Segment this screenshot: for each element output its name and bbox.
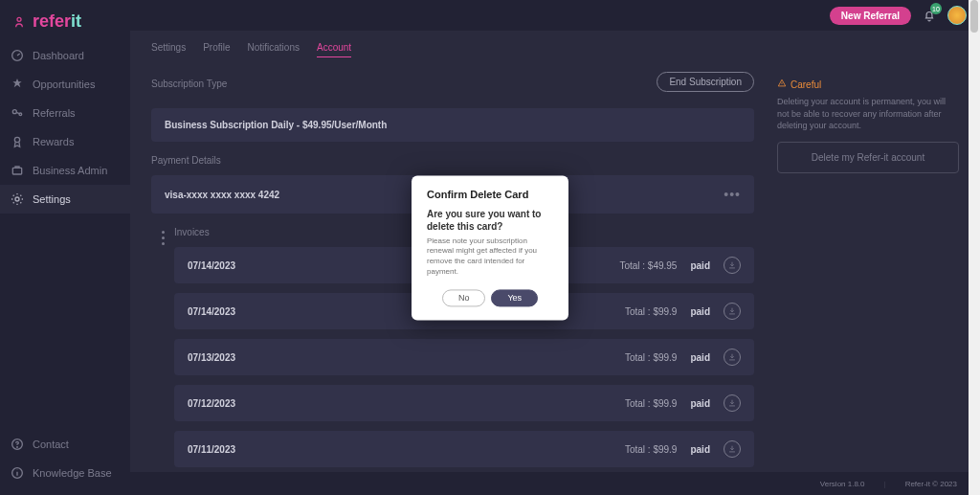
svg-rect-5 xyxy=(12,168,21,174)
invoice-status: paid xyxy=(690,306,710,317)
invoice-total: Total : $99.9 xyxy=(625,306,677,317)
modal-question: Are you sure you want to delete this car… xyxy=(427,208,553,233)
brand-text-a: refer xyxy=(33,11,71,31)
invoice-row: 07/11/2023Total : $99.9paid xyxy=(174,431,754,467)
invoice-date: 07/14/2023 xyxy=(188,260,235,271)
svg-point-6 xyxy=(15,197,19,201)
end-subscription-button[interactable]: End Subscription xyxy=(657,72,754,92)
sidebar-item-label: Rewards xyxy=(33,136,74,147)
sidebar-item-opportunities[interactable]: Opportunities xyxy=(0,70,130,99)
invoice-row: 07/12/2023Total : $99.9paid xyxy=(174,385,754,421)
subscription-plan-text: Business Subscription Daily - $49.95/Use… xyxy=(165,120,387,130)
invoice-date: 07/11/2023 xyxy=(188,444,235,455)
subscription-type-title: Subscription Type xyxy=(151,79,227,89)
rewards-icon xyxy=(10,134,25,149)
tabs-label: Settings xyxy=(151,42,186,57)
invoice-row: 07/13/2023Total : $99.9paid xyxy=(174,339,754,375)
delete-account-button[interactable]: Delete my Refer-it account xyxy=(777,142,959,173)
confirm-delete-card-modal: Confirm Delete Card Are you sure you wan… xyxy=(412,175,568,320)
sidebar-item-business-admin[interactable]: Business Admin xyxy=(0,156,130,185)
svg-point-8 xyxy=(17,447,18,448)
download-invoice-button[interactable] xyxy=(724,257,741,274)
svg-point-3 xyxy=(19,113,22,116)
invoice-status: paid xyxy=(690,398,710,409)
invoice-date: 07/14/2023 xyxy=(188,306,235,317)
page-scrollbar[interactable] xyxy=(969,0,980,495)
sidebar-item-knowledge-base[interactable]: Knowledge Base xyxy=(0,459,130,487)
download-invoice-button[interactable] xyxy=(724,440,741,458)
invoice-date: 07/12/2023 xyxy=(188,398,235,409)
scrollbar-thumb[interactable] xyxy=(970,0,978,33)
payment-details-title: Payment Details xyxy=(151,155,754,166)
modal-yes-button[interactable]: Yes xyxy=(491,289,538,306)
footer: Version 1.8.0 | Refer-it © 2023 xyxy=(130,472,980,495)
svg-point-0 xyxy=(17,17,21,21)
svg-point-4 xyxy=(14,137,19,142)
business-admin-icon xyxy=(10,163,25,178)
settings-icon xyxy=(10,191,25,207)
sidebar-item-settings[interactable]: Settings xyxy=(0,185,130,214)
sidebar-item-dashboard[interactable]: Dashboard xyxy=(0,41,130,70)
help-icon xyxy=(10,437,25,452)
sidebar-item-label: Opportunities xyxy=(33,79,95,90)
sidebar-item-label: Knowledge Base xyxy=(33,467,112,479)
invoice-status: paid xyxy=(690,260,710,271)
sidebar-item-label: Business Admin xyxy=(33,165,107,176)
modal-no-button[interactable]: No xyxy=(442,289,486,306)
warning-icon xyxy=(777,79,787,90)
invoice-status: paid xyxy=(690,352,710,363)
svg-point-2 xyxy=(12,110,16,114)
modal-note: Please note your subscription renewal mi… xyxy=(427,236,553,278)
drag-handle-icon[interactable] xyxy=(151,231,174,245)
sidebar-item-label: Dashboard xyxy=(33,50,84,61)
sidebar-item-label: Settings xyxy=(33,193,71,205)
settings-tabs: Settings Profile Notifications Account xyxy=(130,31,980,65)
notifications-button[interactable]: 10 xyxy=(921,7,938,24)
footer-copyright: Refer-it © 2023 xyxy=(905,480,957,488)
info-icon xyxy=(10,465,25,481)
invoice-date: 07/13/2023 xyxy=(188,352,235,363)
dashboard-icon xyxy=(10,48,25,63)
invoice-total: Total : $49.95 xyxy=(619,260,677,271)
topbar: New Referral 10 xyxy=(130,0,980,31)
tab-profile[interactable]: Profile xyxy=(203,42,230,57)
download-invoice-button[interactable] xyxy=(724,394,741,412)
download-invoice-button[interactable] xyxy=(724,349,741,366)
invoice-total: Total : $99.9 xyxy=(625,352,677,363)
sidebar-item-contact[interactable]: Contact xyxy=(0,430,130,459)
invoice-total: Total : $99.9 xyxy=(625,398,677,409)
careful-heading: Careful xyxy=(777,79,959,90)
sidebar-item-rewards[interactable]: Rewards xyxy=(0,127,130,156)
sidebar-item-label: Contact xyxy=(33,439,69,450)
brand-icon xyxy=(11,14,27,30)
sidebar-item-referrals[interactable]: Referrals xyxy=(0,99,130,127)
notification-badge: 10 xyxy=(930,3,942,14)
brand-text-b: it xyxy=(71,11,81,31)
payment-card-text: visa-xxxx xxxx xxxx 4242 xyxy=(165,190,279,200)
new-referral-button[interactable]: New Referral xyxy=(830,7,911,25)
sidebar-item-label: Referrals xyxy=(33,107,76,119)
referrals-icon xyxy=(10,105,25,121)
subscription-plan-card: Business Subscription Daily - $49.95/Use… xyxy=(151,108,754,142)
invoice-status: paid xyxy=(690,444,710,455)
download-invoice-button[interactable] xyxy=(724,303,741,320)
modal-title: Confirm Delete Card xyxy=(427,189,553,200)
careful-text: Deleting your account is permanent, you … xyxy=(777,96,959,132)
avatar[interactable] xyxy=(947,6,967,25)
opportunities-icon xyxy=(10,77,25,92)
sidebar: referit Dashboard Opportunities Referral… xyxy=(0,0,130,495)
invoice-total: Total : $99.9 xyxy=(625,444,677,455)
footer-version: Version 1.8.0 xyxy=(820,480,865,488)
brand-logo[interactable]: referit xyxy=(0,8,130,41)
tab-notifications[interactable]: Notifications xyxy=(248,42,300,57)
payment-card-more-button[interactable]: ••• xyxy=(724,187,741,202)
careful-label: Careful xyxy=(791,79,821,90)
tab-account[interactable]: Account xyxy=(317,42,351,57)
